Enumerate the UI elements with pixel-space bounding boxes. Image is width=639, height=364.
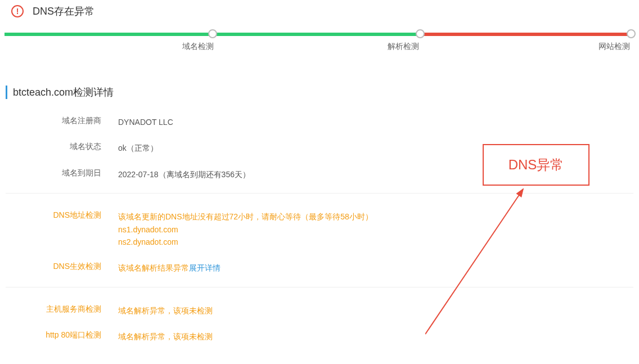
header-bar: ! DNS存在异常 xyxy=(0,0,639,27)
value-registrar: DYNADOT LLC xyxy=(118,116,633,128)
label-status: 域名状态 xyxy=(6,142,118,152)
progress-label-website: 网站检测 xyxy=(419,42,630,52)
row-host: 主机服务商检测 域名解析异常，该项未检测 xyxy=(6,298,633,323)
progress-labels: 域名检测 解析检测 网站检测 xyxy=(4,42,634,52)
details-section: btcteach.com检测详情 域名注册商 DYNADOT LLC 域名状态 … xyxy=(0,86,639,350)
progress-container: 域名检测 解析检测 网站检测 xyxy=(0,27,639,52)
value-dns-addr: 该域名更新的DNS地址没有超过72小时，请耐心等待（最多等待58小时） ns1.… xyxy=(118,210,633,248)
dns-effect-msg: 该域名解析结果异常 xyxy=(118,263,189,272)
label-registrar: 域名注册商 xyxy=(6,116,118,126)
progress-label-resolve: 解析检测 xyxy=(214,42,418,52)
value-host: 域名解析异常，该项未检测 xyxy=(118,304,633,317)
progress-label-domain: 域名检测 xyxy=(9,42,214,52)
section-title: btcteach.com检测详情 xyxy=(6,86,633,99)
dns-addr-ns1: ns1.dynadot.com xyxy=(118,223,633,236)
row-dns-addr: DNS地址检测 该域名更新的DNS地址没有超过72小时，请耐心等待（最多等待58… xyxy=(6,204,633,255)
label-dns-addr: DNS地址检测 xyxy=(6,210,118,221)
divider-2 xyxy=(6,287,633,287)
label-host: 主机服务商检测 xyxy=(6,304,118,314)
dns-addr-ns2: ns2.dynadot.com xyxy=(118,236,633,248)
value-dns-effect: 该域名解析结果异常展开详情 xyxy=(118,262,633,274)
row-registrar: 域名注册商 DYNADOT LLC xyxy=(6,109,633,135)
row-dns-effect: DNS生效检测 该域名解析结果异常展开详情 xyxy=(6,255,633,281)
row-http80: http 80端口检测 域名解析异常，该项未检测 xyxy=(6,323,633,349)
annotation-text: DNS异常 xyxy=(508,156,564,174)
divider-1 xyxy=(6,193,633,194)
annotation-callout-box: DNS异常 xyxy=(483,144,590,186)
progress-segment-fail xyxy=(420,33,634,36)
label-dns-effect: DNS生效检测 xyxy=(6,262,118,272)
label-expiry: 域名到期日 xyxy=(6,168,118,178)
alert-icon: ! xyxy=(11,5,24,17)
progress-segment-ok xyxy=(4,33,420,36)
header-title: DNS存在异常 xyxy=(33,5,94,18)
progress-bar xyxy=(4,33,634,36)
value-http80: 域名解析异常，该项未检测 xyxy=(118,330,633,343)
expand-detail-link[interactable]: 展开详情 xyxy=(189,263,220,272)
dns-addr-msg: 该域名更新的DNS地址没有超过72小时，请耐心等待（最多等待58小时） xyxy=(118,210,633,223)
label-http80: http 80端口检测 xyxy=(6,330,118,340)
